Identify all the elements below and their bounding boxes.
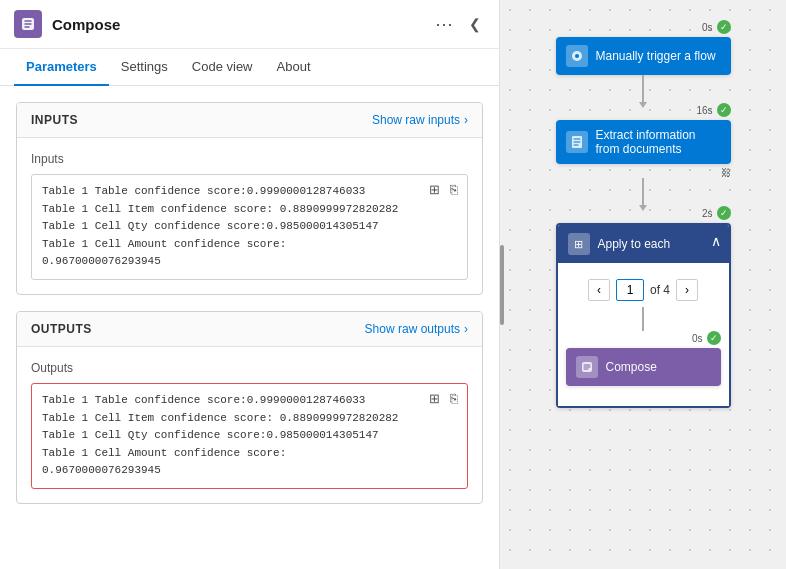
extract-node-header: Extract information from documents xyxy=(556,120,731,164)
inner-connector xyxy=(642,307,644,331)
pagination-row: ‹ of 4 › xyxy=(568,273,719,307)
trigger-node-header: Manually trigger a flow xyxy=(556,37,731,75)
trigger-time-badge: 0s ✓ xyxy=(556,20,731,34)
compose-node-icon xyxy=(576,356,598,378)
inputs-content: Inputs ⊞ ⎘ Table 1 Table confidence scor… xyxy=(17,138,482,294)
header-actions: ⋯ ❮ xyxy=(431,13,485,35)
pagination-prev-button[interactable]: ‹ xyxy=(588,279,610,301)
inputs-code-box: ⊞ ⎘ Table 1 Table confidence score:0.999… xyxy=(31,174,468,280)
apply-node[interactable]: ⊞ Apply to each ∧ ‹ of 4 › 0s xyxy=(556,223,731,408)
input-line-4: Table 1 Cell Amount confidence score: xyxy=(42,236,457,254)
apply-expand-button[interactable]: ∧ xyxy=(711,233,721,249)
outputs-label: Outputs xyxy=(31,361,468,375)
connector-1 xyxy=(642,75,644,103)
trigger-label: Manually trigger a flow xyxy=(596,49,716,63)
inputs-title: INPUTS xyxy=(31,113,78,127)
compose-node-label: Compose xyxy=(606,360,657,374)
inputs-code-actions: ⊞ ⎘ xyxy=(426,181,461,198)
panel-body: INPUTS Show raw inputs › Inputs ⊞ ⎘ Tabl… xyxy=(0,86,499,569)
inputs-section: INPUTS Show raw inputs › Inputs ⊞ ⎘ Tabl… xyxy=(16,102,483,295)
pagination-next-button[interactable]: › xyxy=(676,279,698,301)
inputs-grid-button[interactable]: ⊞ xyxy=(426,181,443,198)
apply-bottom-spacing xyxy=(568,386,719,396)
trigger-icon xyxy=(566,45,588,67)
apply-body: ‹ of 4 › 0s ✓ xyxy=(558,263,729,406)
compose-time: 0s xyxy=(692,333,703,344)
svg-point-2 xyxy=(575,54,579,58)
outputs-code-actions: ⊞ ⎘ xyxy=(426,390,461,407)
extract-check-icon: ✓ xyxy=(717,103,731,117)
tab-settings[interactable]: Settings xyxy=(109,49,180,86)
outputs-copy-button[interactable]: ⎘ xyxy=(447,390,461,407)
outputs-title: OUTPUTS xyxy=(31,322,92,336)
tab-codeview[interactable]: Code view xyxy=(180,49,265,86)
collapse-button[interactable]: ❮ xyxy=(465,16,485,32)
show-raw-inputs-button[interactable]: Show raw inputs › xyxy=(372,113,468,127)
extract-node[interactable]: Extract information from documents xyxy=(556,120,731,164)
trigger-node[interactable]: Manually trigger a flow xyxy=(556,37,731,75)
compose-check-icon: ✓ xyxy=(707,331,721,345)
inner-compose-container: 0s ✓ Compose xyxy=(568,331,719,386)
scroll-indicator xyxy=(500,245,504,325)
outputs-code-box: ⊞ ⎘ Table 1 Table confidence score:0.999… xyxy=(31,383,468,489)
connector-2 xyxy=(642,178,644,206)
compose-node-header: Compose xyxy=(566,348,721,386)
pagination-input[interactable] xyxy=(616,279,644,301)
apply-label: Apply to each xyxy=(598,237,671,251)
more-options-button[interactable]: ⋯ xyxy=(431,13,457,35)
compose-time-badge: 0s ✓ xyxy=(566,331,721,345)
tab-parameters[interactable]: Parameters xyxy=(14,49,109,86)
inputs-copy-button[interactable]: ⎘ xyxy=(447,181,461,198)
apply-icon: ⊞ xyxy=(568,233,590,255)
compose-icon xyxy=(14,10,42,38)
output-line-1: Table 1 Table confidence score:0.9990000… xyxy=(42,392,457,410)
outputs-section-header: OUTPUTS Show raw outputs › xyxy=(17,312,482,347)
outputs-grid-button[interactable]: ⊞ xyxy=(426,390,443,407)
pagination-of-label: of 4 xyxy=(650,283,670,297)
extract-icon xyxy=(566,131,588,153)
input-line-3: Table 1 Cell Qty confidence score:0.9850… xyxy=(42,218,457,236)
tabs-bar: Parameters Settings Code view About xyxy=(0,49,499,86)
extract-label: Extract information from documents xyxy=(596,128,721,156)
input-line-1: Table 1 Table confidence score:0.9990000… xyxy=(42,183,457,201)
inputs-section-header: INPUTS Show raw inputs › xyxy=(17,103,482,138)
output-line-4: Table 1 Cell Amount confidence score: xyxy=(42,445,457,463)
outputs-section: OUTPUTS Show raw outputs › Outputs ⊞ ⎘ T… xyxy=(16,311,483,504)
outputs-content: Outputs ⊞ ⎘ Table 1 Table confidence sco… xyxy=(17,347,482,503)
output-line-2: Table 1 Cell Item confidence score: 0.88… xyxy=(42,410,457,428)
output-line-3: Table 1 Cell Qty confidence score:0.9850… xyxy=(42,427,457,445)
compose-node[interactable]: Compose xyxy=(566,348,721,386)
output-line-5: 0.9670000076293945 xyxy=(42,462,457,480)
input-line-5: 0.9670000076293945 xyxy=(42,253,457,271)
header: Compose ⋯ ❮ xyxy=(0,0,499,49)
apply-check-icon: ✓ xyxy=(717,206,731,220)
page-title: Compose xyxy=(52,16,421,33)
extract-link-indicator: ⛓ xyxy=(556,167,731,178)
show-raw-outputs-button[interactable]: Show raw outputs › xyxy=(365,322,468,336)
input-line-2: Table 1 Cell Item confidence score: 0.88… xyxy=(42,201,457,219)
right-panel: 0s ✓ Manually trigger a flow 16s ✓ xyxy=(500,0,786,569)
inputs-label: Inputs xyxy=(31,152,468,166)
trigger-check-icon: ✓ xyxy=(717,20,731,34)
apply-node-header: ⊞ Apply to each ∧ xyxy=(558,225,729,263)
left-panel: Compose ⋯ ❮ Parameters Settings Code vie… xyxy=(0,0,500,569)
flow-container: 0s ✓ Manually trigger a flow 16s ✓ xyxy=(543,20,743,408)
tab-about[interactable]: About xyxy=(265,49,323,86)
